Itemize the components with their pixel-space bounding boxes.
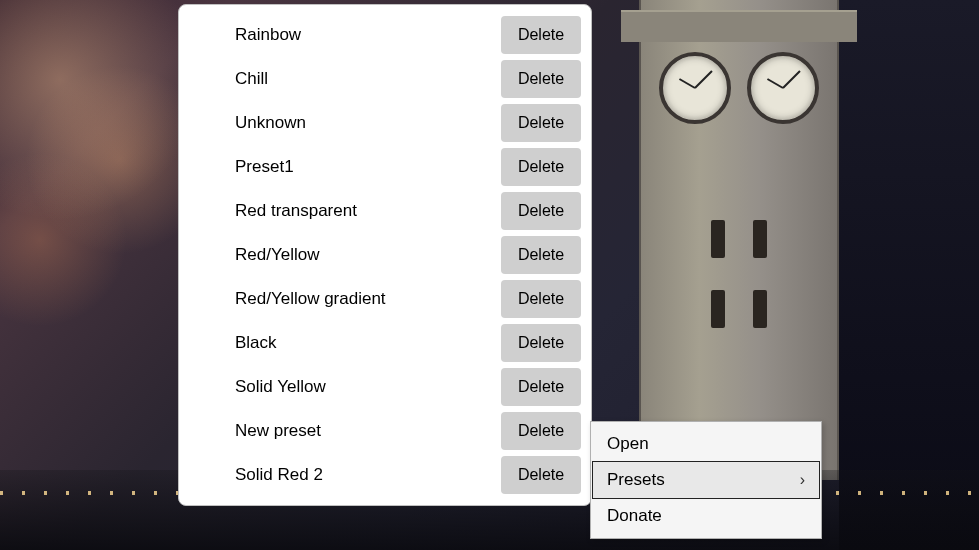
menu-item-label: Donate [607, 506, 662, 526]
delete-button[interactable]: Delete [501, 192, 581, 230]
preset-row: UnknownDelete [185, 101, 585, 145]
preset-row: Red/Yellow gradientDelete [185, 277, 585, 321]
delete-button[interactable]: Delete [501, 16, 581, 54]
preset-row: Preset1Delete [185, 145, 585, 189]
clock-face-right [747, 52, 819, 124]
preset-label[interactable]: Unknown [235, 113, 491, 133]
preset-label[interactable]: New preset [235, 421, 491, 441]
menu-item-label: Open [607, 434, 649, 454]
preset-label[interactable]: Red transparent [235, 201, 491, 221]
clock-face-left [659, 52, 731, 124]
menu-item-presets[interactable]: Presets› [592, 461, 820, 499]
preset-label[interactable]: Red/Yellow [235, 245, 491, 265]
preset-row: Red transparentDelete [185, 189, 585, 233]
delete-button[interactable]: Delete [501, 148, 581, 186]
tower-window [753, 290, 767, 328]
preset-row: ChillDelete [185, 57, 585, 101]
fireworks-glow [0, 0, 200, 400]
preset-row: RainbowDelete [185, 13, 585, 57]
preset-label[interactable]: Rainbow [235, 25, 491, 45]
tower-window [711, 290, 725, 328]
preset-label[interactable]: Solid Yellow [235, 377, 491, 397]
preset-row: BlackDelete [185, 321, 585, 365]
delete-button[interactable]: Delete [501, 368, 581, 406]
tower-window [711, 220, 725, 258]
preset-row: Solid Red 2Delete [185, 453, 585, 497]
preset-label[interactable]: Solid Red 2 [235, 465, 491, 485]
delete-button[interactable]: Delete [501, 324, 581, 362]
dark-sky [839, 0, 979, 550]
menu-item-open[interactable]: Open [593, 426, 819, 462]
chevron-right-icon: › [800, 471, 805, 489]
delete-button[interactable]: Delete [501, 104, 581, 142]
context-menu: OpenPresets›Donate [590, 421, 822, 539]
menu-item-donate[interactable]: Donate [593, 498, 819, 534]
delete-button[interactable]: Delete [501, 60, 581, 98]
preset-label[interactable]: Red/Yellow gradient [235, 289, 491, 309]
tower-window [753, 220, 767, 258]
preset-label[interactable]: Preset1 [235, 157, 491, 177]
clock-tower [639, 0, 839, 480]
preset-row: New presetDelete [185, 409, 585, 453]
preset-row: Solid YellowDelete [185, 365, 585, 409]
menu-item-label: Presets [607, 470, 665, 490]
delete-button[interactable]: Delete [501, 456, 581, 494]
delete-button[interactable]: Delete [501, 280, 581, 318]
preset-label[interactable]: Chill [235, 69, 491, 89]
preset-label[interactable]: Black [235, 333, 491, 353]
preset-row: Red/YellowDelete [185, 233, 585, 277]
delete-button[interactable]: Delete [501, 412, 581, 450]
presets-panel: RainbowDeleteChillDeleteUnknownDeletePre… [178, 4, 592, 506]
delete-button[interactable]: Delete [501, 236, 581, 274]
